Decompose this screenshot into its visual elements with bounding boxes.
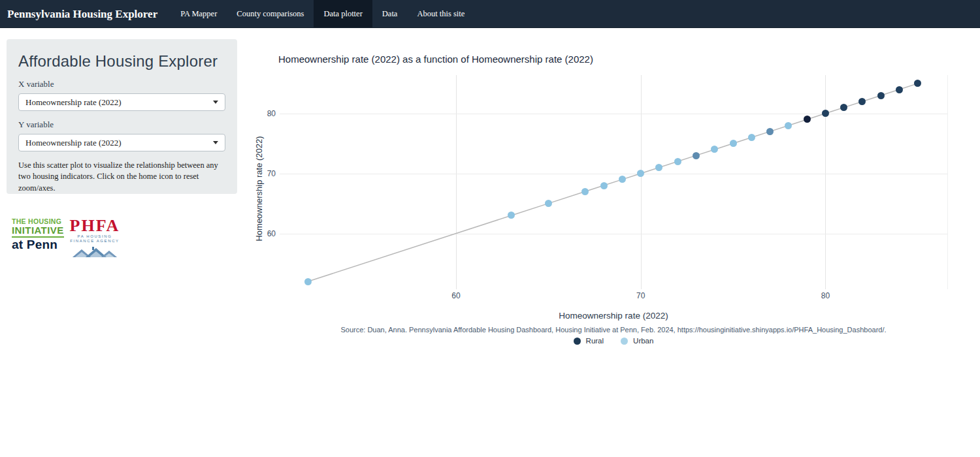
y-variable-select[interactable]: Homeownership rate (2022) bbox=[18, 134, 225, 151]
scatter-point-urban[interactable] bbox=[748, 134, 755, 141]
scatter-point-rural-urban[interactable] bbox=[766, 128, 774, 135]
x-tick-label: 70 bbox=[636, 291, 645, 300]
sidebar-panel: Affordable Housing Explorer X variable H… bbox=[7, 39, 237, 194]
x-variable-label: X variable bbox=[18, 79, 225, 89]
phfa-logo: PHFA PA HOUSING FINANCE AGENCY bbox=[70, 218, 120, 257]
chart-title: Homeownership rate (2022) as a function … bbox=[278, 54, 593, 65]
legend-dot-rural bbox=[574, 338, 581, 345]
scatter-point-rural[interactable] bbox=[877, 92, 885, 99]
scatter-point-rural[interactable] bbox=[896, 86, 903, 93]
nav-item-county-comparisons[interactable]: County comparisons bbox=[227, 0, 314, 27]
y-axis-title: Homeownership rate (2022) bbox=[254, 136, 264, 241]
nav-item-data-plotter[interactable]: Data plotter bbox=[314, 0, 372, 27]
chevron-down-icon bbox=[213, 101, 218, 104]
x-axis-title: Homeownership rate (2022) bbox=[280, 311, 947, 321]
phfa-subtitle-line1: PA HOUSING bbox=[78, 234, 112, 240]
y-tick-label: 60 bbox=[256, 229, 276, 238]
scatter-point-urban[interactable] bbox=[674, 158, 681, 165]
legend-label: Rural bbox=[586, 337, 604, 345]
chevron-down-icon bbox=[213, 141, 218, 144]
housing-initiative-at-penn-logo: THE HOUSING INITIATIVE at Penn bbox=[12, 218, 64, 252]
phfa-roofline-icon bbox=[73, 244, 117, 257]
chart-legend: RuralUrban bbox=[280, 337, 947, 345]
legend-label: Urban bbox=[633, 337, 653, 345]
nav-item-data[interactable]: Data bbox=[372, 0, 408, 27]
scatter-point-urban[interactable] bbox=[545, 200, 552, 207]
phfa-acronym: PHFA bbox=[70, 218, 120, 234]
navbar: Pennsylvania Housing Explorer PA Mapper … bbox=[0, 0, 980, 28]
scatter-point-urban[interactable] bbox=[600, 182, 608, 189]
hip-logo-line2: INITIATIVE bbox=[12, 225, 64, 238]
scatter-point-urban[interactable] bbox=[785, 122, 792, 129]
nav-item-about-this-site[interactable]: About this site bbox=[407, 0, 474, 27]
x-tick-label: 80 bbox=[821, 291, 830, 300]
sidebar-title: Affordable Housing Explorer bbox=[18, 52, 225, 71]
logo-row: THE HOUSING INITIATIVE at Penn PHFA PA H… bbox=[12, 218, 120, 257]
nav-item-pa-mapper[interactable]: PA Mapper bbox=[171, 0, 227, 27]
y-variable-value: Homeownership rate (2022) bbox=[25, 138, 122, 148]
scatter-point-urban[interactable] bbox=[730, 140, 737, 147]
app-title: Pennsylvania Housing Explorer bbox=[0, 0, 171, 27]
phfa-subtitle-line2: FINANCE AGENCY bbox=[70, 239, 119, 244]
x-variable-select[interactable]: Homeownership rate (2022) bbox=[18, 93, 225, 111]
x-tick-label: 60 bbox=[451, 291, 460, 300]
legend-item-rural[interactable]: Rural bbox=[574, 337, 604, 345]
y-tick-label: 80 bbox=[256, 109, 276, 118]
x-variable-value: Homeownership rate (2022) bbox=[25, 97, 122, 108]
y-variable-label: Y variable bbox=[18, 119, 225, 130]
sidebar-helper-text: Use this scatter plot to visualize the r… bbox=[18, 160, 225, 194]
navbar-menu: PA Mapper County comparisons Data plotte… bbox=[171, 0, 474, 27]
chart-source-citation: Source: Duan, Anna. Pennsylvania Afforda… bbox=[280, 326, 947, 334]
legend-item-urban[interactable]: Urban bbox=[621, 337, 653, 345]
plot-right-edge bbox=[947, 75, 948, 289]
legend-dot-urban bbox=[621, 338, 628, 345]
scatter-point-rural-urban[interactable] bbox=[693, 152, 700, 159]
y-tick-label: 70 bbox=[256, 169, 276, 178]
scatter-point-urban[interactable] bbox=[304, 278, 312, 285]
hip-logo-line3: at Penn bbox=[12, 238, 64, 252]
